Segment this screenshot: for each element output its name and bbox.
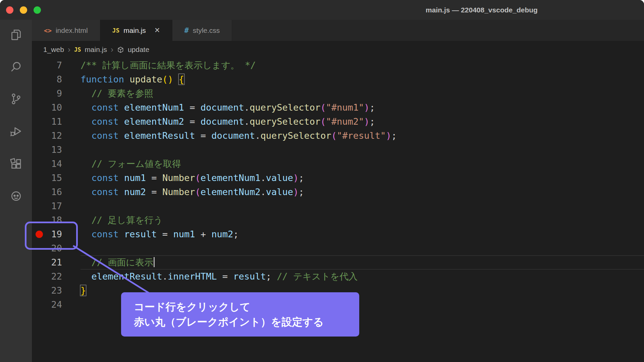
- line-number: 23: [47, 284, 80, 298]
- code-line-9[interactable]: 9 // 要素を参照: [32, 86, 644, 101]
- symbol-cube-icon: [117, 46, 124, 53]
- explorer-icon[interactable]: [0, 21, 32, 48]
- close-tab-icon[interactable]: ×: [155, 26, 160, 35]
- gutter-line-15[interactable]: 15: [32, 171, 80, 185]
- breadcrumb-folder[interactable]: 1_web: [43, 46, 64, 54]
- tab-main-js[interactable]: JS main.js ×: [100, 20, 172, 41]
- code-line-23[interactable]: 23}: [32, 284, 644, 298]
- line-number: 10: [47, 101, 80, 115]
- chevron-right-icon: ›: [68, 46, 70, 54]
- code-text: [80, 199, 644, 213]
- gutter-line-19[interactable]: 19: [32, 227, 80, 241]
- source-control-icon[interactable]: [0, 85, 32, 112]
- gutter-line-22[interactable]: 22: [32, 269, 80, 284]
- gutter-line-8[interactable]: 8: [32, 72, 80, 86]
- code-text: [80, 298, 644, 312]
- gutter-line-23[interactable]: 23: [32, 284, 80, 298]
- line-number: 19: [47, 227, 80, 241]
- tab-index-html[interactable]: <> index.html: [32, 20, 100, 41]
- breadcrumb-symbol[interactable]: update: [128, 46, 149, 54]
- titlebar: main.js — 220408_vscode_debug: [0, 0, 644, 20]
- gutter-line-7[interactable]: 7: [32, 58, 80, 72]
- line-number: 8: [47, 72, 80, 86]
- line-number: 14: [47, 157, 80, 171]
- code-text: const num2 = Number(elementNum2.value);: [80, 185, 644, 199]
- window-title: main.js — 220408_vscode_debug: [426, 0, 538, 20]
- code-line-8[interactable]: 8function update() {: [32, 72, 644, 86]
- line-number: 11: [47, 115, 80, 129]
- code-text: // 要素を参照: [80, 86, 644, 101]
- breadcrumb-file[interactable]: main.js: [85, 46, 107, 54]
- code-line-16[interactable]: 16 const num2 = Number(elementNum2.value…: [32, 185, 644, 199]
- code-line-13[interactable]: 13: [32, 143, 644, 157]
- code-text: const elementResult = document.querySele…: [80, 129, 644, 143]
- activity-bar: [0, 20, 32, 362]
- traffic-light-zoom[interactable]: [34, 6, 41, 14]
- gutter-line-20[interactable]: 20: [32, 241, 80, 255]
- traffic-light-minimize[interactable]: [20, 6, 27, 14]
- code-text: // 画面に表示: [80, 255, 644, 269]
- code-text: const elementNum1 = document.querySelect…: [80, 101, 644, 115]
- code-line-17[interactable]: 17: [32, 199, 644, 213]
- chevron-right-icon: ›: [111, 46, 113, 54]
- traffic-lights: [6, 0, 41, 20]
- code-line-24[interactable]: 24: [32, 298, 644, 312]
- code-line-19[interactable]: 19 const result = num1 + num2;: [32, 227, 644, 241]
- code-text: /** 計算し画面に結果を表示します。 */: [80, 58, 644, 72]
- gutter-line-17[interactable]: 17: [32, 199, 80, 213]
- copilot-icon[interactable]: [0, 183, 32, 209]
- gutter-line-18[interactable]: 18: [32, 213, 80, 227]
- code-text: const num1 = Number(elementNum1.value);: [80, 171, 644, 185]
- search-icon[interactable]: [0, 54, 32, 80]
- run-and-debug-icon[interactable]: [0, 118, 32, 145]
- js-file-icon: JS: [74, 46, 81, 53]
- line-number: 12: [47, 129, 80, 143]
- gutter-line-24[interactable]: 24: [32, 298, 80, 312]
- css-file-icon: #: [184, 26, 189, 35]
- breadcrumb: 1_web › JS main.js › update: [32, 41, 644, 58]
- code-line-20[interactable]: 20: [32, 241, 644, 255]
- code-line-21[interactable]: 21 // 画面に表示: [32, 255, 644, 269]
- code-line-10[interactable]: 10 const elementNum1 = document.querySel…: [32, 101, 644, 115]
- js-file-icon: JS: [112, 27, 120, 34]
- line-number: 13: [47, 143, 80, 157]
- editor[interactable]: 7/** 計算し画面に結果を表示します。 */8function update(…: [32, 58, 644, 362]
- code-line-11[interactable]: 11 const elementNum2 = document.querySel…: [32, 115, 644, 129]
- gutter-line-21[interactable]: 21: [32, 255, 80, 269]
- code-text: const result = num1 + num2;: [80, 227, 644, 241]
- line-number: 20: [47, 241, 80, 255]
- gutter-line-14[interactable]: 14: [32, 157, 80, 171]
- code-text: const elementNum2 = document.querySelect…: [80, 115, 644, 129]
- tab-label: main.js: [123, 26, 146, 35]
- code-line-12[interactable]: 12 const elementResult = document.queryS…: [32, 129, 644, 143]
- code-text: function update() {: [80, 72, 644, 86]
- code-line-14[interactable]: 14 // フォーム値を取得: [32, 157, 644, 171]
- gutter-line-11[interactable]: 11: [32, 115, 80, 129]
- tab-style-css[interactable]: # style.css: [172, 20, 232, 41]
- extensions-icon[interactable]: [0, 150, 32, 177]
- vscode-window: main.js — 220408_vscode_debug <> index.h…: [0, 0, 644, 362]
- gutter-line-12[interactable]: 12: [32, 129, 80, 143]
- line-number: 7: [47, 58, 80, 72]
- line-number: 22: [47, 269, 80, 284]
- code-text: [80, 241, 644, 255]
- gutter-line-9[interactable]: 9: [32, 86, 80, 101]
- gutter-line-10[interactable]: 10: [32, 101, 80, 115]
- line-number: 9: [47, 86, 80, 101]
- gutter-line-13[interactable]: 13: [32, 143, 80, 157]
- code-line-22[interactable]: 22 elementResult.innerHTML = result; // …: [32, 269, 644, 284]
- code-line-18[interactable]: 18 // 足し算を行う: [32, 213, 644, 227]
- line-number: 16: [47, 185, 80, 199]
- line-number: 18: [47, 213, 80, 227]
- code-text: [80, 143, 644, 157]
- code-text: // フォーム値を取得: [80, 157, 644, 171]
- tab-label: index.html: [56, 26, 88, 35]
- gutter-line-16[interactable]: 16: [32, 185, 80, 199]
- traffic-light-close[interactable]: [6, 6, 13, 14]
- code-line-7[interactable]: 7/** 計算し画面に結果を表示します。 */: [32, 58, 644, 72]
- code-text: // 足し算を行う: [80, 213, 644, 227]
- breakpoint-dot[interactable]: [36, 231, 43, 238]
- code-line-15[interactable]: 15 const num1 = Number(elementNum1.value…: [32, 171, 644, 185]
- code-text: }: [80, 284, 644, 298]
- line-number: 24: [47, 298, 80, 312]
